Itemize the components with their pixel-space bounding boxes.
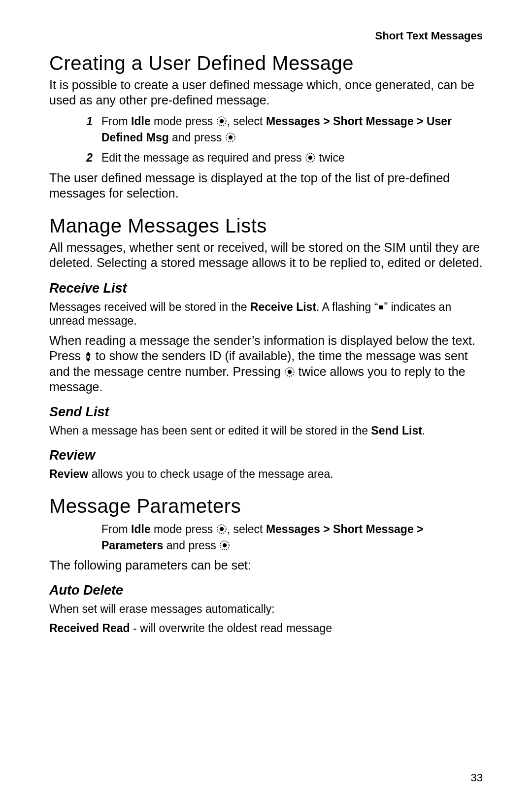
- paragraph: When set will erase messages automatical…: [49, 602, 483, 616]
- text: Edit the message as required and press: [101, 151, 305, 164]
- subheading-receive-list: Receive List: [49, 281, 483, 296]
- intro-text: It is possible to create a user defined …: [49, 77, 483, 108]
- text: allows you to check usage of the message…: [88, 468, 333, 480]
- page-number: 33: [471, 771, 483, 784]
- text: , select: [227, 523, 266, 536]
- paragraph: Messages received will be stored in the …: [49, 300, 483, 329]
- select-button-icon: [305, 152, 316, 163]
- text: twice: [316, 151, 345, 164]
- step-1: 1 From Idle mode press , select Messages…: [78, 113, 483, 146]
- text-bold: Idle: [131, 115, 151, 128]
- text: mode press: [151, 523, 216, 536]
- step: From Idle mode press , select Messages >…: [78, 521, 483, 554]
- step-list: From Idle mode press , select Messages >…: [78, 521, 483, 554]
- select-button-icon: [216, 524, 227, 535]
- heading-manage-messages-lists: Manage Messages Lists: [49, 215, 483, 237]
- text: From: [101, 523, 131, 536]
- up-down-arrow-icon: [84, 351, 92, 363]
- text-bold: Idle: [131, 523, 151, 536]
- step-text: Edit the message as required and press t…: [101, 150, 483, 166]
- running-header: Short Text Messages: [49, 30, 483, 42]
- text-bold: Send List: [371, 424, 422, 437]
- text-bold: Receive List: [250, 301, 316, 313]
- select-button-icon: [225, 132, 236, 143]
- text: - will overwrite the oldest read message: [130, 622, 332, 635]
- step-number: 1: [78, 113, 93, 130]
- step-2: 2 Edit the message as required and press…: [78, 150, 483, 166]
- subheading-auto-delete: Auto Delete: [49, 583, 483, 598]
- paragraph: When reading a message the sender’s info…: [49, 333, 483, 395]
- text-bold: Received Read: [49, 622, 130, 635]
- text: Messages received will be stored in the: [49, 301, 250, 313]
- step-text: From Idle mode press , select Messages >…: [101, 521, 483, 554]
- heading-creating-user-defined-message: Creating a User Defined Message: [49, 52, 483, 74]
- subheading-send-list: Send List: [49, 404, 483, 420]
- step-number: 2: [78, 150, 93, 166]
- text-bold: Review: [49, 468, 88, 480]
- paragraph: When a message has been sent or edited i…: [49, 424, 483, 438]
- text: and press: [163, 539, 219, 552]
- outro-text: The user defined message is displayed at…: [49, 170, 483, 201]
- intro-text: All messages, whether sent or received, …: [49, 240, 483, 271]
- select-button-icon: [216, 116, 227, 127]
- select-button-icon: [284, 367, 295, 377]
- subheading-review: Review: [49, 448, 483, 463]
- manual-page: Short Text Messages Creating a User Defi…: [0, 0, 532, 804]
- text: .: [422, 424, 425, 437]
- text: From: [101, 115, 131, 128]
- unread-indicator-icon: [378, 304, 384, 310]
- outro-text: The following parameters can be set:: [49, 558, 483, 573]
- paragraph: Review allows you to check usage of the …: [49, 467, 483, 481]
- text: . A flashing “: [316, 301, 378, 313]
- text: , select: [227, 115, 266, 128]
- heading-message-parameters: Message Parameters: [49, 495, 483, 517]
- step-text: From Idle mode press , select Messages >…: [101, 113, 483, 146]
- text: mode press: [151, 115, 216, 128]
- text: and press: [169, 131, 225, 144]
- paragraph: Received Read - will overwrite the oldes…: [49, 621, 483, 636]
- step-list: 1 From Idle mode press , select Messages…: [78, 113, 483, 167]
- text: When a message has been sent or edited i…: [49, 424, 371, 437]
- select-button-icon: [219, 540, 230, 551]
